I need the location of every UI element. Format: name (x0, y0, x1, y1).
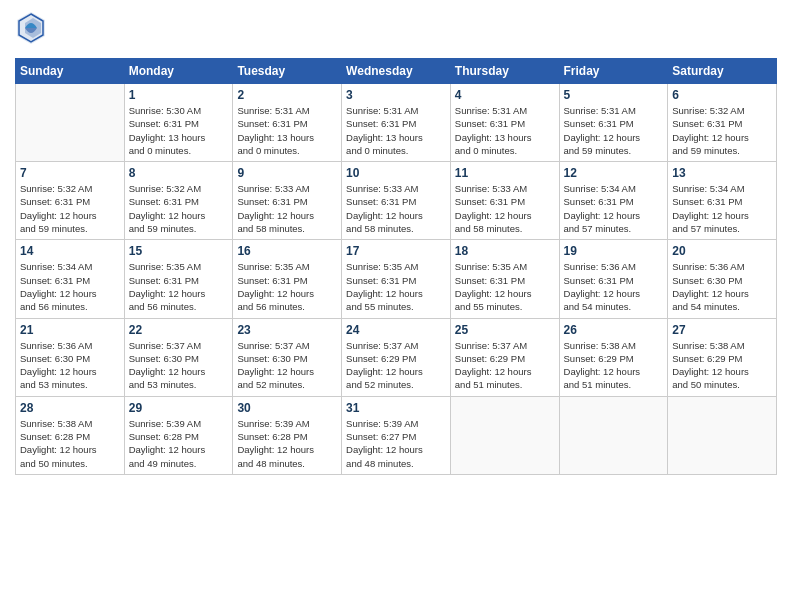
calendar-day-cell: 22Sunrise: 5:37 AMSunset: 6:30 PMDayligh… (124, 318, 233, 396)
day-info: Sunrise: 5:38 AMSunset: 6:29 PMDaylight:… (672, 339, 772, 392)
day-number: 28 (20, 401, 120, 415)
calendar-day-cell: 1Sunrise: 5:30 AMSunset: 6:31 PMDaylight… (124, 84, 233, 162)
day-number: 4 (455, 88, 555, 102)
day-info: Sunrise: 5:31 AMSunset: 6:31 PMDaylight:… (346, 104, 446, 157)
calendar-day-cell (559, 396, 668, 474)
calendar-body: 1Sunrise: 5:30 AMSunset: 6:31 PMDaylight… (16, 84, 777, 475)
day-info: Sunrise: 5:35 AMSunset: 6:31 PMDaylight:… (455, 260, 555, 313)
calendar-day-cell: 18Sunrise: 5:35 AMSunset: 6:31 PMDayligh… (450, 240, 559, 318)
day-info: Sunrise: 5:37 AMSunset: 6:30 PMDaylight:… (237, 339, 337, 392)
day-number: 8 (129, 166, 229, 180)
logo-icon (15, 10, 47, 50)
calendar-day-cell (16, 84, 125, 162)
weekday-header-cell: Tuesday (233, 59, 342, 84)
calendar-day-cell (450, 396, 559, 474)
weekday-header-cell: Thursday (450, 59, 559, 84)
calendar-day-cell: 17Sunrise: 5:35 AMSunset: 6:31 PMDayligh… (342, 240, 451, 318)
day-number: 13 (672, 166, 772, 180)
calendar-day-cell: 21Sunrise: 5:36 AMSunset: 6:30 PMDayligh… (16, 318, 125, 396)
day-info: Sunrise: 5:37 AMSunset: 6:30 PMDaylight:… (129, 339, 229, 392)
calendar-day-cell: 27Sunrise: 5:38 AMSunset: 6:29 PMDayligh… (668, 318, 777, 396)
day-info: Sunrise: 5:33 AMSunset: 6:31 PMDaylight:… (346, 182, 446, 235)
calendar-day-cell: 28Sunrise: 5:38 AMSunset: 6:28 PMDayligh… (16, 396, 125, 474)
day-info: Sunrise: 5:37 AMSunset: 6:29 PMDaylight:… (346, 339, 446, 392)
calendar-week-row: 28Sunrise: 5:38 AMSunset: 6:28 PMDayligh… (16, 396, 777, 474)
day-number: 10 (346, 166, 446, 180)
day-number: 29 (129, 401, 229, 415)
weekday-header-cell: Saturday (668, 59, 777, 84)
calendar-day-cell: 13Sunrise: 5:34 AMSunset: 6:31 PMDayligh… (668, 162, 777, 240)
day-number: 27 (672, 323, 772, 337)
weekday-header-cell: Wednesday (342, 59, 451, 84)
calendar-day-cell: 26Sunrise: 5:38 AMSunset: 6:29 PMDayligh… (559, 318, 668, 396)
calendar-day-cell: 30Sunrise: 5:39 AMSunset: 6:28 PMDayligh… (233, 396, 342, 474)
calendar-week-row: 14Sunrise: 5:34 AMSunset: 6:31 PMDayligh… (16, 240, 777, 318)
calendar-day-cell: 10Sunrise: 5:33 AMSunset: 6:31 PMDayligh… (342, 162, 451, 240)
calendar-table: SundayMondayTuesdayWednesdayThursdayFrid… (15, 58, 777, 475)
day-number: 17 (346, 244, 446, 258)
weekday-header-cell: Friday (559, 59, 668, 84)
day-info: Sunrise: 5:37 AMSunset: 6:29 PMDaylight:… (455, 339, 555, 392)
day-info: Sunrise: 5:32 AMSunset: 6:31 PMDaylight:… (20, 182, 120, 235)
day-number: 25 (455, 323, 555, 337)
page-header (15, 10, 777, 50)
day-number: 20 (672, 244, 772, 258)
day-info: Sunrise: 5:35 AMSunset: 6:31 PMDaylight:… (346, 260, 446, 313)
calendar-day-cell: 7Sunrise: 5:32 AMSunset: 6:31 PMDaylight… (16, 162, 125, 240)
day-number: 21 (20, 323, 120, 337)
calendar-day-cell: 23Sunrise: 5:37 AMSunset: 6:30 PMDayligh… (233, 318, 342, 396)
calendar-day-cell: 5Sunrise: 5:31 AMSunset: 6:31 PMDaylight… (559, 84, 668, 162)
day-number: 6 (672, 88, 772, 102)
day-info: Sunrise: 5:32 AMSunset: 6:31 PMDaylight:… (129, 182, 229, 235)
day-number: 11 (455, 166, 555, 180)
calendar-day-cell: 9Sunrise: 5:33 AMSunset: 6:31 PMDaylight… (233, 162, 342, 240)
day-info: Sunrise: 5:36 AMSunset: 6:30 PMDaylight:… (20, 339, 120, 392)
day-info: Sunrise: 5:31 AMSunset: 6:31 PMDaylight:… (455, 104, 555, 157)
calendar-day-cell: 25Sunrise: 5:37 AMSunset: 6:29 PMDayligh… (450, 318, 559, 396)
calendar-day-cell: 29Sunrise: 5:39 AMSunset: 6:28 PMDayligh… (124, 396, 233, 474)
day-info: Sunrise: 5:34 AMSunset: 6:31 PMDaylight:… (20, 260, 120, 313)
calendar-day-cell: 12Sunrise: 5:34 AMSunset: 6:31 PMDayligh… (559, 162, 668, 240)
day-number: 23 (237, 323, 337, 337)
calendar-day-cell: 11Sunrise: 5:33 AMSunset: 6:31 PMDayligh… (450, 162, 559, 240)
calendar-day-cell: 24Sunrise: 5:37 AMSunset: 6:29 PMDayligh… (342, 318, 451, 396)
logo (15, 10, 51, 50)
calendar-week-row: 21Sunrise: 5:36 AMSunset: 6:30 PMDayligh… (16, 318, 777, 396)
day-number: 16 (237, 244, 337, 258)
calendar-day-cell: 20Sunrise: 5:36 AMSunset: 6:30 PMDayligh… (668, 240, 777, 318)
calendar-week-row: 1Sunrise: 5:30 AMSunset: 6:31 PMDaylight… (16, 84, 777, 162)
day-number: 15 (129, 244, 229, 258)
weekday-header-cell: Sunday (16, 59, 125, 84)
day-number: 30 (237, 401, 337, 415)
calendar-week-row: 7Sunrise: 5:32 AMSunset: 6:31 PMDaylight… (16, 162, 777, 240)
day-info: Sunrise: 5:31 AMSunset: 6:31 PMDaylight:… (564, 104, 664, 157)
day-info: Sunrise: 5:30 AMSunset: 6:31 PMDaylight:… (129, 104, 229, 157)
calendar-day-cell: 15Sunrise: 5:35 AMSunset: 6:31 PMDayligh… (124, 240, 233, 318)
calendar-day-cell: 4Sunrise: 5:31 AMSunset: 6:31 PMDaylight… (450, 84, 559, 162)
day-number: 9 (237, 166, 337, 180)
calendar-day-cell: 2Sunrise: 5:31 AMSunset: 6:31 PMDaylight… (233, 84, 342, 162)
day-number: 22 (129, 323, 229, 337)
day-info: Sunrise: 5:38 AMSunset: 6:29 PMDaylight:… (564, 339, 664, 392)
calendar-day-cell: 3Sunrise: 5:31 AMSunset: 6:31 PMDaylight… (342, 84, 451, 162)
day-number: 24 (346, 323, 446, 337)
day-info: Sunrise: 5:35 AMSunset: 6:31 PMDaylight:… (129, 260, 229, 313)
calendar-day-cell (668, 396, 777, 474)
day-number: 12 (564, 166, 664, 180)
day-info: Sunrise: 5:39 AMSunset: 6:28 PMDaylight:… (237, 417, 337, 470)
day-number: 1 (129, 88, 229, 102)
day-number: 5 (564, 88, 664, 102)
calendar-day-cell: 6Sunrise: 5:32 AMSunset: 6:31 PMDaylight… (668, 84, 777, 162)
day-info: Sunrise: 5:36 AMSunset: 6:31 PMDaylight:… (564, 260, 664, 313)
calendar-day-cell: 16Sunrise: 5:35 AMSunset: 6:31 PMDayligh… (233, 240, 342, 318)
day-info: Sunrise: 5:39 AMSunset: 6:28 PMDaylight:… (129, 417, 229, 470)
day-number: 7 (20, 166, 120, 180)
day-info: Sunrise: 5:33 AMSunset: 6:31 PMDaylight:… (455, 182, 555, 235)
day-info: Sunrise: 5:35 AMSunset: 6:31 PMDaylight:… (237, 260, 337, 313)
weekday-header-cell: Monday (124, 59, 233, 84)
weekday-header-row: SundayMondayTuesdayWednesdayThursdayFrid… (16, 59, 777, 84)
day-info: Sunrise: 5:39 AMSunset: 6:27 PMDaylight:… (346, 417, 446, 470)
day-info: Sunrise: 5:32 AMSunset: 6:31 PMDaylight:… (672, 104, 772, 157)
calendar-day-cell: 14Sunrise: 5:34 AMSunset: 6:31 PMDayligh… (16, 240, 125, 318)
day-number: 18 (455, 244, 555, 258)
